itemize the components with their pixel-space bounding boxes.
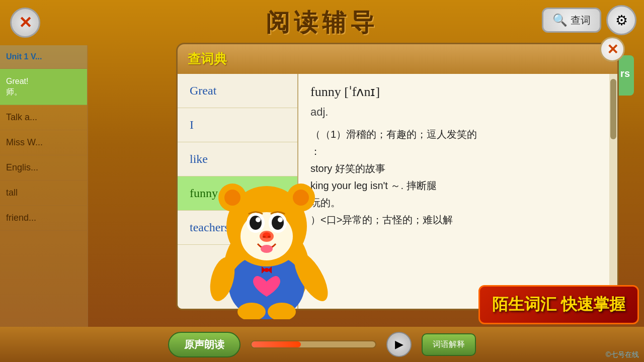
- app-close-button[interactable]: ✕: [10, 8, 40, 38]
- dict-close-button[interactable]: ✕: [600, 37, 625, 62]
- scrollbar[interactable]: [609, 74, 617, 309]
- top-right-buttons: 🔍 查词 ⚙: [542, 5, 636, 35]
- svg-point-7: [293, 190, 309, 206]
- svg-point-5: [224, 190, 240, 206]
- play-icon: ▶: [395, 338, 404, 351]
- progress-bar[interactable]: [251, 340, 376, 348]
- sidebar-item-talk[interactable]: Talk a...: [0, 105, 87, 130]
- sidebar-item-unit1[interactable]: Unit 1 V...: [0, 45, 87, 69]
- sidebar-item-great[interactable]: Great!师。: [0, 69, 87, 105]
- sidebar-item-missw[interactable]: Miss W...: [0, 130, 87, 155]
- play-button[interactable]: ▶: [386, 332, 412, 357]
- word-item-i[interactable]: I: [178, 108, 297, 142]
- watermark: ©七号在线: [606, 350, 639, 359]
- app-background: ✕ 阅读辅导 🔍 查词 ⚙ Unit 1 V... Great!师。 Talk …: [0, 0, 644, 362]
- svg-point-18: [268, 236, 271, 238]
- bottom-right-button[interactable]: 词语解释: [422, 333, 476, 356]
- right-area: rs 查词典 ✕ Great I: [88, 45, 644, 327]
- word-pos: adj.: [310, 106, 597, 119]
- svg-point-19: [261, 245, 273, 253]
- sidebar-item-tall[interactable]: tall: [0, 180, 87, 206]
- svg-point-2: [264, 268, 269, 272]
- svg-point-12: [272, 216, 284, 230]
- scrollbar-thumb[interactable]: [610, 79, 616, 139]
- read-aloud-button[interactable]: 原声朗读: [168, 332, 240, 357]
- top-bar: ✕ 阅读辅导 🔍 查词 ⚙: [0, 0, 644, 45]
- search-icon: 🔍: [552, 13, 568, 27]
- bear-mascot: [191, 138, 352, 329]
- vocab-banner-text: 陌生词汇 快速掌握: [492, 295, 625, 313]
- search-dict-button[interactable]: 🔍 查词: [542, 8, 601, 33]
- sidebar: Unit 1 V... Great!师。 Talk a... Miss W...…: [0, 45, 88, 327]
- svg-point-17: [263, 236, 266, 238]
- sidebar-item-friend[interactable]: friend...: [0, 206, 87, 231]
- gear-icon: ⚙: [615, 12, 628, 29]
- svg-point-11: [250, 216, 262, 230]
- right-suffix: rs: [620, 68, 630, 79]
- word-item-great[interactable]: Great: [178, 74, 297, 108]
- definition-text: （（1）滑稽的；有趣的；逗人发笑的 ： story 好笑的故事 king you…: [310, 126, 597, 228]
- svg-point-13: [256, 217, 261, 222]
- vocab-banner: 陌生词汇 快速掌握: [478, 285, 639, 324]
- sidebar-item-english[interactable]: Englis...: [0, 155, 87, 180]
- dict-header: 查词典 ✕: [176, 43, 619, 74]
- word-phonetic: funny [ˈfʌnɪ]: [310, 84, 597, 100]
- progress-fill: [252, 341, 301, 347]
- bottom-bar: 原声朗读 ▶ 词语解释: [0, 327, 644, 362]
- settings-button[interactable]: ⚙: [606, 5, 636, 35]
- dict-title: 查词典: [188, 50, 227, 68]
- svg-point-14: [278, 217, 283, 222]
- app-title: 阅读辅导: [266, 7, 378, 39]
